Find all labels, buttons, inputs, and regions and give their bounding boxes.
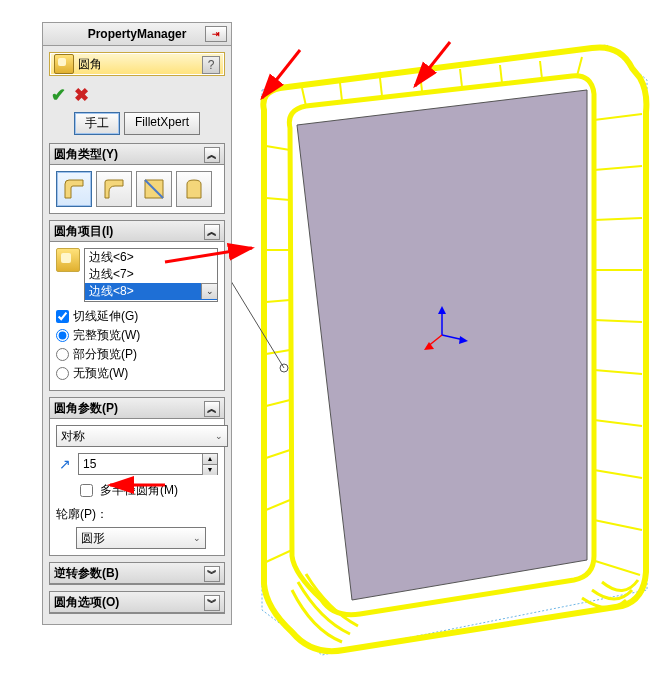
full-preview-radio[interactable]: 完整预览(W) [56,327,218,344]
svg-line-15 [594,470,642,478]
svg-line-8 [594,114,642,120]
radius-value[interactable]: 15 [79,457,202,471]
select-value: 圆形 [81,530,105,547]
help-button[interactable]: ? [202,56,220,74]
feature-header: 圆角 ? [49,52,225,76]
radio[interactable] [56,329,69,342]
edges-listbox[interactable]: 边线<6> 边线<7> 边线<8> ⌄ [84,248,218,302]
no-preview-radio[interactable]: 无预览(W) [56,365,218,382]
radius-icon: ↗ [56,456,74,472]
select-value: 对称 [61,428,85,445]
section-title: 逆转参数(B) [54,565,119,582]
label-text: 切线延伸(G) [73,308,138,325]
solid-face[interactable] [297,90,587,600]
multi-radius-checkbox[interactable]: 多半径圆角(M) [76,481,218,500]
section-fillet-params: 圆角参数(P) ︽ 对称 ⌄ ↗ 15 ▲ ▼ 多半径圆角(M) [49,397,225,556]
checkbox[interactable] [56,310,69,323]
chevron-down-icon: ⌄ [193,533,201,543]
chevron-up-icon[interactable]: ︽ [204,224,220,240]
svg-line-12 [594,320,642,322]
spin-down[interactable]: ▼ [203,465,217,475]
list-item[interactable]: 边线<8> [85,283,217,300]
section-fillet-type: 圆角类型(Y) ︽ [49,143,225,214]
graphics-viewport[interactable] [232,0,670,691]
section-header-fillet-type[interactable]: 圆角类型(Y) ︽ [50,144,224,165]
chevron-up-icon[interactable]: ︽ [204,147,220,163]
fillet-ribs-right [592,114,642,575]
svg-line-5 [500,65,502,83]
svg-line-9 [594,166,642,170]
fillet-type-variable[interactable] [96,171,132,207]
label-text: 部分预览(P) [73,346,137,363]
profile-label: 轮廓(P)： [56,506,218,523]
ok-button[interactable]: ✔ [51,84,66,106]
svg-line-18 [266,146,290,150]
fillet-type-row [56,171,218,207]
svg-line-10 [594,218,642,220]
svg-line-19 [266,198,290,200]
mode-filletxpert-button[interactable]: FilletXpert [124,112,200,135]
svg-line-23 [266,400,290,406]
checkbox[interactable] [80,484,93,497]
section-header-options[interactable]: 圆角选项(O) ︾ [50,592,224,613]
radio[interactable] [56,348,69,361]
spin-buttons: ▲ ▼ [202,454,217,475]
leader-line [232,250,284,368]
radius-input[interactable]: 15 ▲ ▼ [78,453,218,475]
section-reverse-params: 逆转参数(B) ︾ [49,562,225,585]
mode-manual-button[interactable]: 手工 [74,112,120,135]
section-header-reverse[interactable]: 逆转参数(B) ︾ [50,563,224,584]
tangent-propagation-checkbox[interactable]: 切线延伸(G) [56,308,218,325]
chevron-down-icon: ⌄ [215,431,223,441]
label-text: 多半径圆角(M) [100,482,178,499]
spin-up[interactable]: ▲ [203,454,217,465]
label-text: 完整预览(W) [73,327,140,344]
fillet-icon [54,54,74,74]
edges-selector-icon [56,248,80,272]
svg-line-4 [460,69,462,87]
chevron-down-icon[interactable]: ︾ [204,566,220,582]
property-manager-panel: PropertyManager ⇥ 圆角 ? ✔ ✖ 手工 FilletXper… [42,22,232,625]
svg-line-22 [266,350,290,354]
profile-select[interactable]: 圆形 ⌄ [76,527,206,549]
partial-preview-radio[interactable]: 部分预览(P) [56,346,218,363]
section-fillet-items: 圆角项目(I) ︽ 边线<6> 边线<7> 边线<8> ⌄ 切线延伸(G) [49,220,225,391]
section-header-fillet-items[interactable]: 圆角项目(I) ︽ [50,221,224,242]
fillet-type-face[interactable] [136,171,172,207]
pm-title-text: PropertyManager [88,27,187,41]
pin-button[interactable]: ⇥ [205,26,227,42]
section-title: 圆角类型(Y) [54,146,118,163]
radio[interactable] [56,367,69,380]
list-item[interactable]: 边线<7> [85,266,217,283]
section-title: 圆角选项(O) [54,594,119,611]
feature-name: 圆角 [78,56,102,73]
svg-line-0 [302,88,306,106]
svg-line-7 [577,57,582,76]
chevron-up-icon[interactable]: ︽ [204,401,220,417]
section-header-fillet-params[interactable]: 圆角参数(P) ︽ [50,398,224,419]
label-text: 无预览(W) [73,365,128,382]
svg-line-3 [420,73,422,91]
section-title: 圆角项目(I) [54,223,113,240]
svg-line-16 [594,520,642,530]
fillet-type-full-round[interactable] [176,171,212,207]
chevron-down-icon[interactable]: ︾ [204,595,220,611]
svg-line-21 [266,300,290,302]
svg-line-2 [380,78,382,96]
svg-line-13 [594,370,642,374]
symmetry-select[interactable]: 对称 ⌄ [56,425,228,447]
svg-line-17 [592,560,640,575]
svg-line-14 [594,420,642,426]
list-item[interactable]: 边线<6> [85,249,217,266]
preview-options: 切线延伸(G) 完整预览(W) 部分预览(P) 无预览(W) [56,308,218,382]
ok-cancel-row: ✔ ✖ [43,80,231,110]
chevron-down-icon[interactable]: ⌄ [201,283,217,299]
fillet-type-constant[interactable] [56,171,92,207]
section-fillet-options: 圆角选项(O) ︾ [49,591,225,614]
mode-row: 手工 FilletXpert [43,110,231,143]
svg-line-6 [540,61,542,79]
svg-line-26 [266,550,292,562]
svg-line-1 [340,83,342,101]
cancel-button[interactable]: ✖ [74,84,89,106]
svg-line-24 [266,450,290,458]
